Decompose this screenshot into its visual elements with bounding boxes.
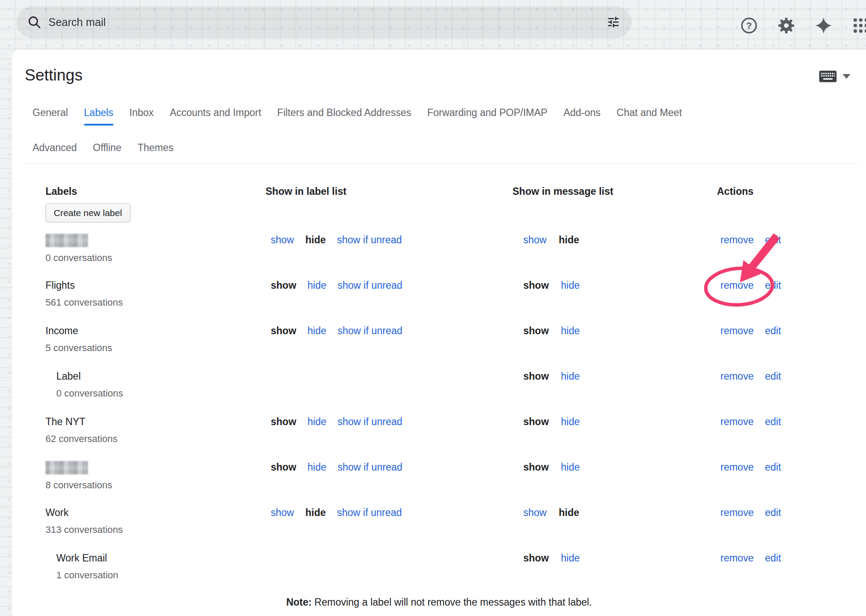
- show-option[interactable]: show: [271, 233, 294, 246]
- redacted-label-name: [45, 234, 88, 247]
- conversation-count: 0 conversations: [45, 252, 266, 264]
- remove-link[interactable]: remove: [720, 461, 754, 474]
- column-header-actions: Actions: [717, 185, 866, 198]
- remove-link[interactable]: remove: [720, 324, 754, 337]
- settings-panel: Settings: [12, 50, 866, 616]
- edit-link[interactable]: edit: [765, 279, 781, 292]
- label-name: [45, 233, 266, 247]
- apps-grid-icon[interactable]: [851, 16, 866, 35]
- remove-link[interactable]: remove: [720, 233, 754, 246]
- table-row: Label0 conversationsshowhideremoveedit: [45, 364, 866, 409]
- label-name: [45, 461, 266, 474]
- show-option: show: [523, 324, 549, 337]
- search-bar: [16, 6, 632, 38]
- show-option: show: [523, 551, 549, 564]
- actions-cell: removeedit: [717, 233, 866, 273]
- tab-add-ons[interactable]: Add-ons: [564, 107, 601, 126]
- gear-icon[interactable]: [776, 16, 796, 35]
- remove-link[interactable]: remove: [720, 415, 754, 428]
- edit-link[interactable]: edit: [765, 506, 781, 519]
- show-in-message-list-cell: showhide: [512, 415, 717, 455]
- tab-forwarding-and-pop-imap[interactable]: Forwarding and POP/IMAP: [427, 107, 547, 126]
- conversation-count: 561 conversations: [45, 297, 266, 309]
- remove-link[interactable]: remove: [720, 551, 754, 564]
- show-if-unread-option[interactable]: show if unread: [337, 415, 402, 428]
- hide-option[interactable]: hide: [561, 324, 580, 337]
- page-title: Settings: [25, 65, 849, 86]
- edit-link[interactable]: edit: [765, 415, 781, 428]
- column-header-show-in-label-list: Show in label list: [266, 185, 512, 198]
- hide-option[interactable]: hide: [308, 324, 326, 337]
- hide-option[interactable]: hide: [561, 415, 580, 428]
- create-new-label-button[interactable]: Create new label: [45, 203, 130, 223]
- search-options-tune-icon[interactable]: [607, 15, 620, 29]
- edit-link[interactable]: edit: [765, 370, 781, 383]
- show-option: show: [271, 324, 296, 337]
- hide-option[interactable]: hide: [561, 551, 580, 564]
- search-icon[interactable]: [27, 15, 42, 29]
- show-in-message-list-cell: showhide: [512, 461, 717, 500]
- tab-filters-and-blocked-addresses[interactable]: Filters and Blocked Addresses: [277, 107, 411, 126]
- gemini-sparkle-icon[interactable]: [814, 16, 834, 35]
- show-if-unread-option[interactable]: show if unread: [337, 506, 402, 519]
- hide-option[interactable]: hide: [308, 415, 326, 428]
- tab-general[interactable]: General: [32, 107, 68, 126]
- show-if-unread-option[interactable]: show if unread: [337, 324, 402, 337]
- edit-link[interactable]: edit: [765, 461, 781, 474]
- edit-link[interactable]: edit: [765, 324, 781, 337]
- tab-labels[interactable]: Labels: [84, 107, 114, 126]
- edit-link[interactable]: edit: [765, 551, 781, 564]
- tab-advanced[interactable]: Advanced: [32, 142, 77, 154]
- show-option: show: [523, 415, 549, 428]
- svg-text:?: ?: [746, 20, 752, 31]
- show-option[interactable]: show: [523, 233, 547, 246]
- table-row: The NYT62 conversationsshowhideshow if u…: [45, 409, 866, 455]
- show-in-label-list-cell: showhideshow if unread: [266, 461, 512, 500]
- actions-cell: removeedit: [717, 324, 866, 364]
- edit-link[interactable]: edit: [765, 233, 781, 246]
- labels-table: Labels Show in label list Show in messag…: [45, 185, 866, 591]
- show-if-unread-option[interactable]: show if unread: [337, 461, 402, 474]
- show-option[interactable]: show: [271, 506, 294, 519]
- show-option[interactable]: show: [523, 506, 547, 519]
- show-if-unread-option[interactable]: show if unread: [337, 279, 402, 292]
- show-in-message-list-cell: showhide: [512, 324, 717, 364]
- label-rows: 0 conversationsshowhideshow if unreadsho…: [45, 227, 866, 591]
- actions-cell: removeedit: [717, 506, 866, 545]
- labels-table-header: Labels Show in label list Show in messag…: [45, 185, 866, 198]
- conversation-count: 8 conversations: [45, 479, 266, 491]
- remove-link[interactable]: remove: [720, 506, 754, 519]
- hide-option[interactable]: hide: [561, 279, 580, 292]
- show-option: show: [523, 279, 549, 292]
- keyboard-input-tools-icon[interactable]: [819, 71, 837, 82]
- label-cell: Income5 conversations: [45, 324, 266, 364]
- note-prefix: Note:: [286, 597, 312, 608]
- label-name: Label: [56, 370, 266, 383]
- tab-accounts-and-import[interactable]: Accounts and Import: [170, 107, 261, 126]
- hide-option[interactable]: hide: [561, 461, 580, 474]
- tab-themes[interactable]: Themes: [137, 142, 173, 154]
- label-name: Work: [45, 506, 266, 519]
- hide-option[interactable]: hide: [308, 279, 326, 292]
- hide-option[interactable]: hide: [561, 370, 580, 383]
- show-option: show: [523, 461, 549, 474]
- tab-inbox[interactable]: Inbox: [130, 107, 154, 126]
- help-icon[interactable]: ?: [739, 16, 759, 35]
- search-input[interactable]: [49, 16, 607, 29]
- hide-option[interactable]: hide: [308, 461, 326, 474]
- hide-option: hide: [305, 506, 326, 519]
- actions-cell: removeedit: [717, 461, 866, 500]
- show-in-label-list-cell: [266, 551, 512, 591]
- show-if-unread-option[interactable]: show if unread: [337, 233, 402, 246]
- dropdown-arrow-icon[interactable]: [843, 74, 850, 79]
- remove-link[interactable]: remove: [720, 370, 754, 383]
- show-option: show: [271, 461, 296, 474]
- hide-option: hide: [559, 233, 579, 246]
- tab-offline[interactable]: Offline: [93, 142, 121, 154]
- label-cell: Work313 conversations: [45, 506, 266, 545]
- table-row: Income5 conversationsshowhideshow if unr…: [45, 318, 866, 364]
- remove-link[interactable]: remove: [720, 279, 754, 292]
- tab-chat-and-meet[interactable]: Chat and Meet: [616, 107, 682, 126]
- show-in-message-list-cell: showhide: [512, 506, 717, 545]
- show-in-label-list-cell: showhideshow if unread: [266, 324, 512, 364]
